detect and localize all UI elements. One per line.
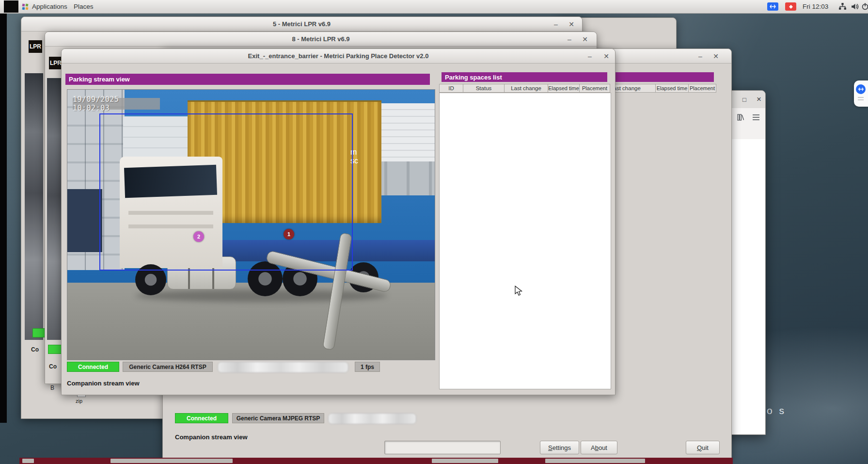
- label-part: ettings: [552, 444, 571, 451]
- background-window-bottom-bar: [19, 458, 733, 464]
- msc-logo-line2: sc: [350, 157, 378, 165]
- video-timestamp: 19/09/2025 10:02:03: [73, 98, 160, 110]
- container-navy: [67, 189, 102, 252]
- fps-badge: 1 fps: [355, 362, 380, 372]
- teamviewer-side-tab[interactable]: [854, 80, 868, 107]
- minimize-button[interactable]: –: [564, 33, 575, 45]
- column-placement[interactable]: Placement: [689, 84, 716, 93]
- titlebar-detector[interactable]: Exit_-_entrance_barrier - Metrici Parkin…: [62, 49, 615, 64]
- tab-grip: [858, 97, 864, 98]
- column-elapsed-time[interactable]: Elapsed time: [656, 84, 689, 93]
- connected-badge: Connected: [175, 413, 228, 423]
- remote-app-tray-icon[interactable]: [785, 2, 796, 11]
- zip-file-label: zip: [76, 398, 82, 404]
- bottom-bar-segment: [110, 459, 233, 463]
- column-status[interactable]: Status: [463, 84, 505, 93]
- msc-logo-line1: m: [350, 148, 378, 157]
- minimize-button[interactable]: –: [550, 18, 562, 30]
- parking-stream-video[interactable]: m sc 2 1 19/0: [67, 89, 435, 360]
- about-button[interactable]: About: [581, 441, 617, 454]
- close-button[interactable]: ✕: [566, 18, 577, 30]
- close-button[interactable]: ✕: [710, 50, 722, 62]
- parking-table-header-row: ID Status Last change Elapsed time Place…: [439, 84, 610, 93]
- column-placement[interactable]: Placement: [580, 84, 610, 93]
- parking-marker-1: 1: [284, 229, 294, 240]
- network-icon[interactable]: [838, 2, 847, 13]
- camera-type-badge: Generic Camera MJPEG RTSP: [232, 413, 324, 423]
- label-part: out: [599, 444, 607, 451]
- close-button[interactable]: ✕: [600, 50, 612, 62]
- quit-button[interactable]: Quit: [686, 441, 720, 454]
- parking-spaces-list-title: Parking spaces list: [445, 74, 502, 81]
- settings-button[interactable]: Settings: [540, 441, 579, 454]
- power-icon[interactable]: [861, 2, 868, 12]
- parking-marker-2: 2: [193, 231, 204, 242]
- companion-label-fragment: Co: [49, 363, 57, 370]
- label-part: uit: [702, 444, 709, 451]
- teamviewer-icon: [856, 84, 866, 94]
- companion-label-fragment: Co: [31, 346, 39, 353]
- library-icon[interactable]: [735, 112, 746, 123]
- column-id[interactable]: ID: [439, 84, 463, 93]
- hamburger-menu-icon[interactable]: [750, 112, 762, 123]
- volume-icon[interactable]: [851, 2, 859, 13]
- label-mnemonic: Q: [697, 444, 702, 451]
- camera-type-badge: Generic Camera H264 RTSP: [123, 362, 213, 372]
- window-detector: Exit_-_entrance_barrier - Metrici Parkin…: [61, 48, 615, 395]
- minimize-button[interactable]: –: [584, 50, 596, 62]
- window-title: 5 - Metrici LPR v6.9: [273, 20, 331, 28]
- redacted-stream-url: [328, 413, 416, 424]
- wallpaper-centos-text: o s: [767, 405, 786, 416]
- panel-black-fragment: [4, 0, 18, 13]
- column-elapsed-time[interactable]: Elapsed time: [548, 84, 580, 93]
- companion-stream-view-label: Companion stream view: [67, 380, 140, 387]
- bottom-bar-segment: [432, 459, 498, 463]
- parking-table-body: [439, 93, 611, 389]
- lpr-badge: LPR: [29, 40, 42, 53]
- bottom-bar-segment: [545, 459, 645, 463]
- status-field: [384, 441, 501, 454]
- parking-stream-view-header: Parking stream view: [65, 74, 430, 85]
- redacted-stream-url: [218, 362, 348, 373]
- window-title: Exit_-_entrance_barrier - Metrici Parkin…: [248, 52, 429, 60]
- column-last-change[interactable]: Last change: [505, 84, 548, 93]
- tab-grip: [858, 99, 864, 100]
- window-close-button[interactable]: ×: [753, 93, 765, 106]
- companion-stream-view-label: Companion stream view: [175, 433, 248, 441]
- connected-badge: Connected: [67, 362, 119, 372]
- parking-spaces-list-header: Parking spaces list: [442, 72, 607, 82]
- msc-logo: m sc: [350, 148, 378, 206]
- window-title: 8 - Metrici LPR v6.9: [292, 35, 349, 43]
- label-part: A: [591, 444, 595, 451]
- lpr-badge: LPR: [49, 57, 63, 69]
- left-black-strip: [0, 13, 7, 423]
- titlebar-lpr-5[interactable]: 5 - Metrici LPR v6.9: [21, 17, 582, 32]
- clock[interactable]: Fri 12:03: [803, 0, 828, 13]
- applications-menu-icon[interactable]: [21, 0, 29, 13]
- detection-box: [99, 113, 353, 271]
- mouse-cursor: [515, 286, 525, 298]
- close-button[interactable]: ✕: [579, 33, 591, 45]
- window-maximize-button[interactable]: □: [738, 93, 751, 106]
- stream-sliver: [25, 73, 43, 340]
- top-panel: Applications Places Fri 12:03: [0, 0, 868, 14]
- parking-stream-view-title: Parking stream view: [69, 76, 130, 83]
- bottom-bar-segment: [22, 459, 34, 463]
- titlebar-lpr-8[interactable]: 8 - Metrici LPR v6.9: [45, 32, 597, 47]
- stream-sliver: [47, 78, 62, 340]
- label-mnemonic: b: [595, 444, 599, 451]
- text-fragment: B: [50, 384, 54, 391]
- minimize-button[interactable]: –: [694, 50, 706, 62]
- applications-menu[interactable]: Applications: [32, 0, 67, 13]
- desktop: o s 5 - Metrici LPR v6.9 – ✕ LPR Co B zi…: [0, 0, 868, 464]
- places-menu[interactable]: Places: [74, 0, 94, 13]
- teamviewer-tray-icon[interactable]: [767, 2, 778, 11]
- label-mnemonic: S: [548, 444, 552, 451]
